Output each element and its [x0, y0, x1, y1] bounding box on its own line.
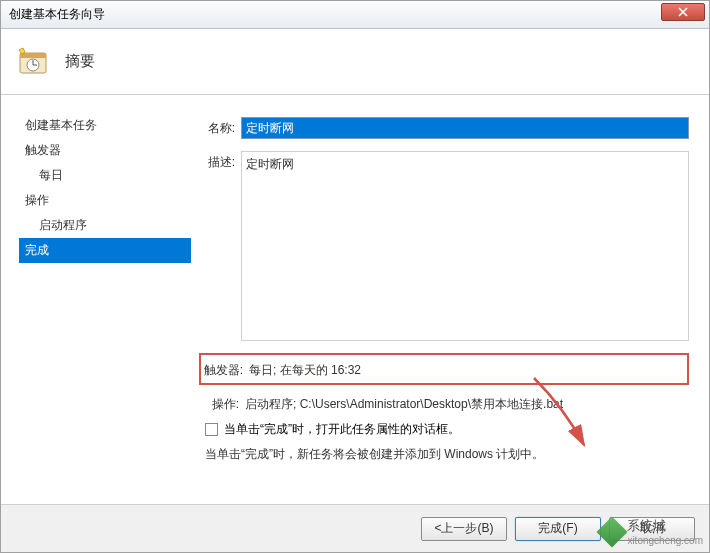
main-content: 名称: 描述: 定时断网 触发器: 每日; 在每天的 16:32 操作: 启动程…: [191, 95, 709, 505]
action-label: 操作:: [199, 393, 245, 413]
titlebar: 创建基本任务向导: [1, 1, 709, 29]
back-button[interactable]: <上一步(B): [421, 517, 507, 541]
sidebar-item-daily[interactable]: 每日: [19, 163, 191, 188]
sidebar-item-create-task[interactable]: 创建基本任务: [19, 113, 191, 138]
open-properties-label: 当单击“完成”时，打开此任务属性的对话框。: [224, 421, 460, 438]
trigger-value: 每日; 在每天的 16:32: [249, 359, 685, 379]
arrow-annotation: [529, 373, 599, 453]
watermark: 系统城 xitongcheng.com: [601, 517, 703, 546]
open-properties-checkbox[interactable]: [205, 423, 218, 436]
dialog-title: 创建基本任务向导: [9, 6, 105, 23]
name-label: 名称:: [199, 117, 241, 137]
page-title: 摘要: [65, 52, 95, 71]
sidebar-item-action[interactable]: 操作: [19, 188, 191, 213]
watermark-url: xitongcheng.com: [627, 535, 703, 546]
desc-textarea[interactable]: 定时断网: [241, 151, 689, 341]
name-input[interactable]: [241, 117, 689, 139]
close-icon: [678, 7, 688, 17]
trigger-label: 触发器:: [203, 359, 249, 379]
body-section: 创建基本任务 触发器 每日 操作 启动程序 完成 名称: 描述: 定时断网 触发…: [1, 95, 709, 505]
sidebar-item-trigger[interactable]: 触发器: [19, 138, 191, 163]
name-row: 名称:: [199, 117, 689, 139]
header-section: 摘要: [1, 29, 709, 95]
action-row: 操作: 启动程序; C:\Users\Administrator\Desktop…: [199, 393, 689, 413]
close-button[interactable]: [661, 3, 705, 21]
sidebar: 创建基本任务 触发器 每日 操作 启动程序 完成: [1, 95, 191, 505]
sidebar-item-finish[interactable]: 完成: [19, 238, 191, 263]
trigger-row-highlighted: 触发器: 每日; 在每天的 16:32: [199, 353, 689, 385]
desc-label: 描述:: [199, 151, 241, 171]
desc-row: 描述: 定时断网: [199, 151, 689, 341]
sidebar-item-start-program[interactable]: 启动程序: [19, 213, 191, 238]
svg-rect-1: [20, 53, 46, 58]
wizard-dialog: 创建基本任务向导 摘要 创建基本任务 触发器 每日 操作 启动程序 完成: [0, 0, 710, 553]
finish-button[interactable]: 完成(F): [515, 517, 601, 541]
action-value: 启动程序; C:\Users\Administrator\Desktop\禁用本…: [245, 393, 689, 413]
watermark-brand: 系统城: [627, 517, 703, 535]
open-properties-row: 当单击“完成”时，打开此任务属性的对话框。: [199, 421, 689, 438]
wizard-icon: [17, 46, 49, 78]
info-text: 当单击“完成”时，新任务将会被创建并添加到 Windows 计划中。: [199, 446, 689, 463]
watermark-logo-icon: [597, 516, 628, 547]
